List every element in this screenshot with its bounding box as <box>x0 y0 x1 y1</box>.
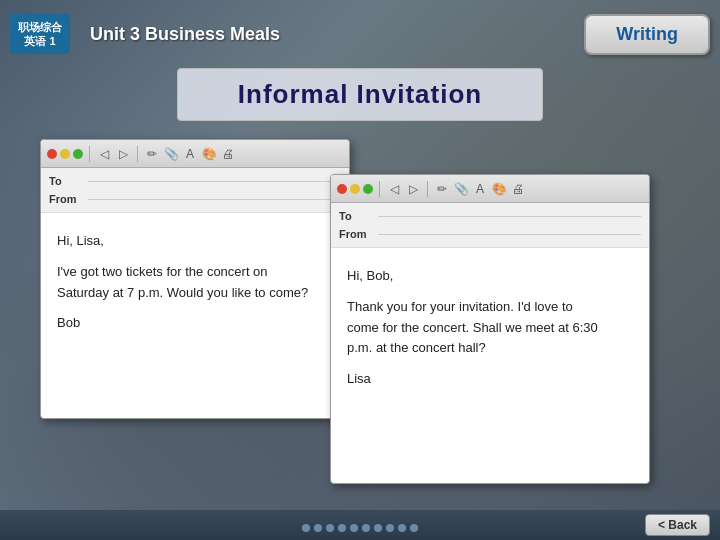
email-window-left: ◁ ▷ ✏ 📎 A 🎨 🖨 To From Hi, <box>40 139 350 419</box>
nav-dot-6[interactable] <box>362 524 370 532</box>
email-fields-right: To From <box>331 203 649 248</box>
title-box: Informal Invitation <box>177 68 543 121</box>
back-icon-right: ◁ <box>386 181 402 197</box>
toolbar-sep-right <box>379 181 380 197</box>
from-line-left <box>88 199 341 200</box>
to-field-right: To <box>339 207 641 225</box>
attach-icon-right: 📎 <box>453 181 469 197</box>
nav-dot-5[interactable] <box>350 524 358 532</box>
page-title: Informal Invitation <box>238 79 482 110</box>
font-icon-left: A <box>182 146 198 162</box>
nav-dot-8[interactable] <box>386 524 394 532</box>
logo-line2: 英语 1 <box>24 35 55 47</box>
color-icon-left: 🎨 <box>201 146 217 162</box>
signature-right: Lisa <box>347 369 633 390</box>
to-field-left: To <box>49 172 341 190</box>
toolbar-sep2-left <box>137 146 138 162</box>
bottom-bar: < Back <box>0 510 720 540</box>
print-icon-left: 🖨 <box>220 146 236 162</box>
dot-green-left <box>73 149 83 159</box>
writing-badge: Writing <box>584 14 710 55</box>
from-field-right: From <box>339 225 641 243</box>
to-line-right <box>378 216 641 217</box>
email-toolbar-left: ◁ ▷ ✏ 📎 A 🎨 🖨 <box>41 140 349 168</box>
nav-dot-9[interactable] <box>398 524 406 532</box>
nav-dot-4[interactable] <box>338 524 346 532</box>
print-icon-right: 🖨 <box>510 181 526 197</box>
signature-left: Bob <box>57 313 333 334</box>
nav-dot-1[interactable] <box>302 524 310 532</box>
dot-yellow-left <box>60 149 70 159</box>
nav-dot-3[interactable] <box>326 524 334 532</box>
nav-dot-2[interactable] <box>314 524 322 532</box>
toolbar-sep-left <box>89 146 90 162</box>
forward-icon-left: ▷ <box>115 146 131 162</box>
forward-icon-right: ▷ <box>405 181 421 197</box>
header: 职场综合 英语 1 Unit 3 Business Meals Writing <box>0 0 720 68</box>
toolbar-sep2-right <box>427 181 428 197</box>
main-content: Informal Invitation ◁ ▷ ✏ 📎 A 🎨 🖨 T <box>0 68 720 419</box>
from-field-left: From <box>49 190 341 208</box>
email-fields-left: To From <box>41 168 349 213</box>
nav-dot-7[interactable] <box>374 524 382 532</box>
to-label-left: To <box>49 175 84 187</box>
emails-container: ◁ ▷ ✏ 📎 A 🎨 🖨 To From Hi, <box>40 139 680 419</box>
dot-red-right <box>337 184 347 194</box>
back-button[interactable]: < Back <box>645 514 710 536</box>
nav-dots <box>302 524 418 532</box>
email-body-right: Hi, Bob, Thank you for your invitation. … <box>331 248 649 418</box>
email-toolbar-right: ◁ ▷ ✏ 📎 A 🎨 🖨 <box>331 175 649 203</box>
color-icon-right: 🎨 <box>491 181 507 197</box>
edit-icon-left: ✏ <box>144 146 160 162</box>
email-window-right: ◁ ▷ ✏ 📎 A 🎨 🖨 To From Hi, <box>330 174 650 484</box>
from-label-left: From <box>49 193 84 205</box>
greeting-right: Hi, Bob, <box>347 266 633 287</box>
back-icon-left: ◁ <box>96 146 112 162</box>
from-line-right <box>378 234 641 235</box>
to-label-right: To <box>339 210 374 222</box>
font-icon-right: A <box>472 181 488 197</box>
greeting-left: Hi, Lisa, <box>57 231 333 252</box>
attach-icon-left: 📎 <box>163 146 179 162</box>
logo-badge: 职场综合 英语 1 <box>10 14 70 55</box>
email-body-left: Hi, Lisa, I've got two tickets for the c… <box>41 213 349 362</box>
unit-title: Unit 3 Business Meals <box>90 24 564 45</box>
to-line-left <box>88 181 341 182</box>
from-label-right: From <box>339 228 374 240</box>
dot-green-right <box>363 184 373 194</box>
nav-dot-10[interactable] <box>410 524 418 532</box>
body-text-left: I've got two tickets for the concert onS… <box>57 262 333 304</box>
dot-red-left <box>47 149 57 159</box>
dot-yellow-right <box>350 184 360 194</box>
body-text-right: Thank you for your invitation. I'd love … <box>347 297 633 359</box>
logo-line1: 职场综合 <box>18 21 62 33</box>
edit-icon-right: ✏ <box>434 181 450 197</box>
